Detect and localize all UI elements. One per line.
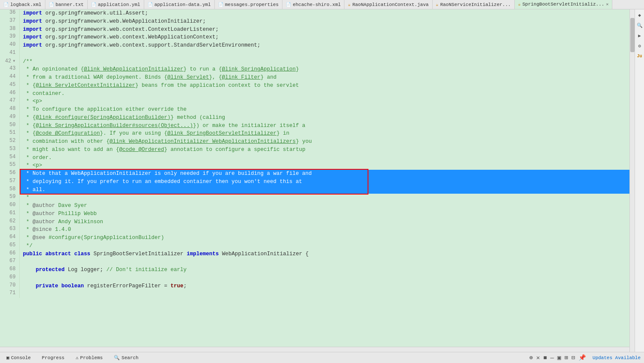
line-number-69: 69 <box>0 274 19 282</box>
status-icon-6[interactable]: ⊟ <box>571 354 575 361</box>
line-number-66: 66 <box>0 250 19 258</box>
tab-rao-service[interactable]: ☕RaoNServiceInitializer... <box>433 0 515 9</box>
line-content-66[interactable]: public abstract class SpringBootServletI… <box>19 250 629 258</box>
sidebar-icon-search[interactable]: 🔍 <box>636 21 644 29</box>
line-number-56: 56 <box>0 170 19 178</box>
line-content-46[interactable]: * container. <box>19 90 629 98</box>
status-icon-pin[interactable]: 📌 <box>579 354 586 361</box>
line-number-39: 39 <box>0 33 19 41</box>
code-line-48: 48 * To configure the application either… <box>0 106 629 114</box>
tab-application[interactable]: 📄application.yml <box>88 0 144 9</box>
code-line-45: 45 * {@link ServletContextInitializer} b… <box>0 82 629 90</box>
sidebar-icon-java[interactable]: Ju <box>636 52 644 60</box>
console-tab[interactable]: ▣ Console <box>3 354 34 362</box>
line-number-61: 61 <box>0 210 19 218</box>
code-line-66: 66public abstract class SpringBootServle… <box>0 250 629 258</box>
tab-spring-boot[interactable]: ☕SpringBootServletInitializ... ✕ <box>515 0 613 9</box>
vertical-scrollbar[interactable] <box>629 9 635 352</box>
line-content-43[interactable]: * An opinionated {@link WebApplicationIn… <box>19 65 629 74</box>
line-number-59: 59 <box>0 194 19 202</box>
code-line-70: 70 private boolean registerErrorPageFilt… <box>0 282 629 290</box>
line-number-41: 41 <box>0 50 19 58</box>
tab-messages[interactable]: 📄messages.properties <box>215 0 282 9</box>
line-content-64[interactable]: * @see #configure(SpringApplicationBuild… <box>19 234 629 242</box>
status-icon-1[interactable]: ⊕ <box>529 354 533 361</box>
line-content-60[interactable]: * @author Dave Syer <box>19 202 629 210</box>
search-label: Search <box>122 355 139 360</box>
tab-banner[interactable]: 📄banner.txt <box>45 0 88 9</box>
line-content-40[interactable]: import org.springframework.web.context.s… <box>19 41 629 50</box>
code-line-57: 57 * deploying it. If you prefer to run … <box>0 178 629 186</box>
line-content-62[interactable]: * @author Andy Wilkinson <box>19 218 629 226</box>
line-content-50[interactable]: * {@link SpringApplicationBuilder#source… <box>19 122 629 130</box>
horizontal-scrollbar[interactable] <box>0 347 629 352</box>
line-content-41[interactable] <box>19 50 629 58</box>
line-number-62: 62 <box>0 218 19 226</box>
line-number-49: 49 <box>0 114 19 122</box>
fold-arrow-42[interactable]: ▾ <box>12 58 15 64</box>
tab-label-application-data: application-data.yml <box>154 2 211 7</box>
line-number-53: 53 <box>0 146 19 154</box>
code-line-47: 47 * <p> <box>0 97 629 106</box>
line-content-56[interactable]: * Note that a WebApplicationInitializer … <box>19 170 629 178</box>
main-area: 36import org.springframework.util.Assert… <box>0 9 644 352</box>
status-icon-4[interactable]: ▣ <box>557 354 561 361</box>
status-icon-3[interactable]: — <box>550 354 554 361</box>
line-content-59[interactable]: * <box>19 194 629 202</box>
sidebar-icon-gear[interactable]: ⚙ <box>636 42 644 50</box>
line-content-63[interactable]: * @since 1.4.0 <box>19 226 629 234</box>
line-number-48: 48 <box>0 106 19 114</box>
tab-application-data[interactable]: 📄application-data.yml <box>144 0 215 9</box>
line-content-49[interactable]: * {@link #configure(SpringApplicationBui… <box>19 114 629 122</box>
line-content-55[interactable]: * <p> <box>19 162 629 170</box>
tab-logback[interactable]: 📄logback.xml <box>0 0 45 9</box>
line-content-57[interactable]: * deploying it. If you prefer to run an … <box>19 178 629 186</box>
line-content-68[interactable]: protected Log logger; // Don't initializ… <box>19 266 629 274</box>
problems-icon: ⚠ <box>76 355 79 360</box>
line-content-39[interactable]: import org.springframework.web.context.W… <box>19 33 629 41</box>
line-number-43: 43 <box>0 65 19 74</box>
line-content-65[interactable]: */ <box>19 242 629 250</box>
tab-ehcache[interactable]: 📄ehcache-shiro.xml <box>282 0 344 9</box>
line-content-48[interactable]: * To configure the application either ov… <box>19 106 629 114</box>
tab-label-banner: banner.txt <box>56 2 84 7</box>
sidebar-icon-diamond[interactable]: ◆ <box>636 11 644 19</box>
code-line-59: 59 * <box>0 194 629 202</box>
line-content-45[interactable]: * {@link ServletContextInitializer} bean… <box>19 82 629 90</box>
line-content-47[interactable]: * <p> <box>19 97 629 106</box>
updates-text[interactable]: Updates Available <box>593 355 641 360</box>
code-editor: 36import org.springframework.util.Assert… <box>0 9 629 352</box>
progress-tab[interactable]: Progress <box>39 354 68 362</box>
sidebar-icon-run[interactable]: ▶ <box>636 32 644 39</box>
tab-icon-messages: 📄 <box>218 2 223 7</box>
status-icon-2[interactable]: ✕ <box>536 354 540 361</box>
line-content-71[interactable] <box>19 290 629 298</box>
line-content-54[interactable]: * order. <box>19 154 629 162</box>
line-number-57: 57 <box>0 178 19 186</box>
code-content[interactable]: 36import org.springframework.util.Assert… <box>0 9 629 347</box>
status-icon-stop[interactable]: ■ <box>543 354 547 361</box>
status-action-icons: ⊕ ✕ ■ — ▣ ⊞ ⊟ 📌 Updates Available <box>529 354 641 361</box>
line-content-53[interactable]: * might also want to add an {@code @Orde… <box>19 146 629 154</box>
problems-tab[interactable]: ⚠ Problems <box>73 354 106 362</box>
line-content-36[interactable]: import org.springframework.util.Assert; <box>19 9 629 18</box>
line-content-61[interactable]: * @author Phillip Webb <box>19 210 629 218</box>
line-content-69[interactable] <box>19 274 629 282</box>
line-content-58[interactable]: * all. <box>19 186 629 194</box>
line-content-70[interactable]: private boolean registerErrorPageFilter … <box>19 282 629 290</box>
search-tab[interactable]: 🔍 Search <box>111 354 142 362</box>
line-content-42[interactable]: /** <box>19 58 629 66</box>
line-number-63: 63 <box>0 226 19 234</box>
status-icon-5[interactable]: ⊞ <box>564 354 568 361</box>
line-content-44[interactable]: * from a traditional WAR deployment. Bin… <box>19 74 629 82</box>
problems-label: Problems <box>80 355 103 360</box>
code-line-64: 64 * @see #configure(SpringApplicationBu… <box>0 234 629 242</box>
line-content-38[interactable]: import org.springframework.web.context.C… <box>19 26 629 34</box>
line-content-67[interactable] <box>19 258 629 266</box>
tab-rao-app[interactable]: ☕RaoNApplicationContext.java <box>344 0 432 9</box>
tab-close-spring-boot[interactable]: ✕ <box>606 2 608 7</box>
line-content-37[interactable]: import org.springframework.web.WebApplic… <box>19 18 629 26</box>
line-content-52[interactable]: * combination with other {@link WebAppli… <box>19 138 629 146</box>
scrollbar-thumb[interactable] <box>630 18 635 52</box>
line-content-51[interactable]: * {@code @Configuration}. If you are usi… <box>19 130 629 138</box>
